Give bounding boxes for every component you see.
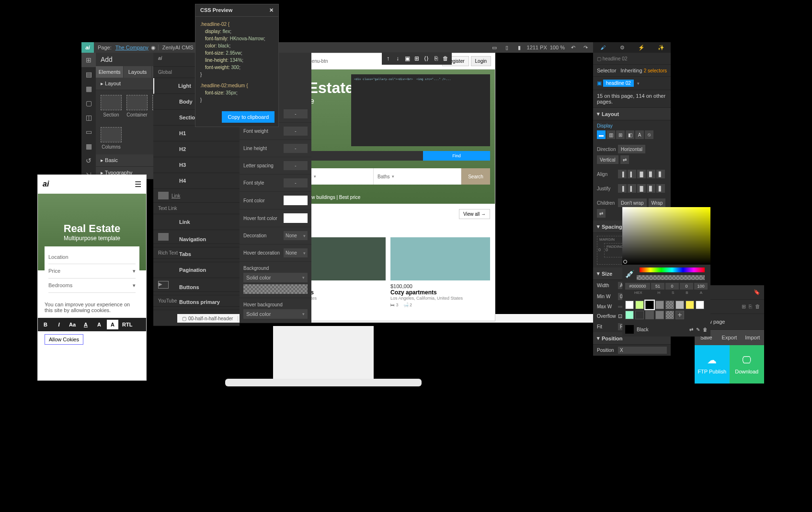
elem-h4[interactable]: H4 — [153, 173, 240, 189]
case-icon[interactable]: Aa — [67, 320, 78, 329]
alpha-slider[interactable] — [637, 275, 705, 280]
swatch[interactable] — [645, 301, 654, 309]
undo-icon[interactable]: ↶ — [569, 43, 578, 52]
rtl-icon[interactable]: RTL — [120, 320, 134, 329]
hover-bg-type[interactable]: Solid color — [243, 309, 308, 319]
bg-swatch[interactable] — [243, 284, 308, 294]
direction-vertical[interactable]: Vertical — [597, 155, 618, 164]
find-button[interactable]: Find — [423, 151, 490, 161]
display-none[interactable]: ⦸ — [645, 130, 653, 139]
arrow-up-icon[interactable]: ↑ — [384, 54, 392, 63]
trash-icon[interactable]: 🗑 — [755, 303, 760, 310]
swatch[interactable] — [635, 311, 644, 319]
page-name-link[interactable]: The Company — [115, 45, 149, 50]
display-inline-block[interactable]: ◧ — [626, 130, 634, 139]
display-block[interactable]: ▬ — [597, 130, 606, 139]
elem-pagination[interactable]: Pagination — [153, 262, 240, 278]
swatch[interactable] — [675, 301, 684, 309]
interactions-icon[interactable]: ⚡ — [632, 42, 652, 53]
layers-icon[interactable]: ▤ — [81, 67, 96, 81]
gear-icon[interactable]: ⚙ — [613, 42, 632, 53]
reverse-icon[interactable]: ⇄ — [620, 155, 629, 164]
arrow-down-icon[interactable]: ↓ — [393, 54, 402, 63]
code-icon[interactable]: ⟨⟩ — [422, 54, 431, 63]
settings-icon[interactable]: ▭ — [81, 125, 96, 139]
color-swatch[interactable] — [284, 196, 308, 205]
swatch[interactable] — [696, 301, 704, 309]
location-input[interactable]: Location — [48, 250, 136, 264]
close-icon[interactable]: ✕ — [269, 7, 274, 13]
b-input[interactable]: 0 — [680, 283, 693, 290]
cms-icon[interactable]: ▦ — [81, 139, 96, 153]
grid-icon[interactable]: ⊞ — [742, 303, 746, 310]
assets-icon[interactable]: ▢ — [81, 96, 96, 110]
image-icon[interactable]: ▣ — [403, 54, 412, 63]
bg-type[interactable]: Solid color — [243, 273, 308, 282]
brush-icon[interactable]: 🖌 — [593, 42, 613, 53]
baths-select[interactable]: Baths — [374, 168, 461, 185]
grid-icon[interactable]: ⊞ — [412, 54, 421, 63]
h-input[interactable]: 51 — [651, 283, 664, 290]
eye-icon[interactable]: ◉ — [149, 43, 158, 52]
tab-elements[interactable]: Elements — [96, 66, 124, 78]
swatch[interactable] — [655, 311, 664, 319]
add-tool-icon[interactable]: ⊞ — [81, 53, 96, 67]
elem-h2[interactable]: H2 — [153, 141, 240, 157]
swatch[interactable] — [635, 301, 644, 309]
no-wrap[interactable]: Don't wrap — [618, 198, 647, 207]
swatch[interactable] — [655, 301, 664, 309]
a-input[interactable]: 100 — [694, 283, 708, 290]
tablet-icon[interactable]: ▯ — [502, 43, 512, 52]
color-field[interactable] — [622, 207, 710, 265]
direction-horizontal[interactable]: Horizontal — [618, 145, 645, 153]
import-button[interactable]: Import — [741, 330, 764, 345]
display-inline[interactable]: A — [635, 130, 644, 139]
search-button[interactable]: Search — [461, 168, 490, 185]
swatch[interactable] — [645, 311, 654, 319]
copy-icon[interactable]: ⎘ — [432, 54, 440, 63]
add-swatch-icon[interactable]: + — [675, 311, 684, 319]
section-layout[interactable]: ▾ Layout — [593, 108, 671, 120]
copy-icon[interactable]: ⎘ — [749, 303, 752, 310]
breadcrumb-item[interactable]: ▢00-half-n-half-header — [177, 316, 238, 321]
allow-cookies-button[interactable]: Allow Cokies — [45, 334, 83, 345]
color-icon[interactable]: A — [107, 320, 118, 329]
underline-icon[interactable]: A — [80, 320, 91, 329]
export-button[interactable]: Export — [718, 330, 741, 345]
listing-card[interactable]: $100,000 Cozy apartments Los Angeles, Ca… — [390, 237, 490, 307]
eyedropper-icon[interactable]: 💉 — [625, 269, 635, 279]
tab-layouts[interactable]: Layouts — [124, 66, 151, 78]
bedrooms-select[interactable]: Bedrooms▾ — [48, 279, 136, 293]
view-all-button[interactable]: View all → — [459, 209, 490, 219]
color-swatch[interactable] — [284, 213, 308, 223]
components-icon[interactable]: ◫ — [81, 110, 96, 125]
display-grid[interactable]: ⊞ — [616, 130, 625, 139]
history-icon[interactable]: ↺ — [81, 153, 96, 168]
selector-tag[interactable]: headline 02 — [603, 80, 634, 87]
position-input[interactable]: X — [618, 347, 667, 354]
hamburger-icon[interactable]: ☰ — [135, 180, 141, 189]
redo-icon[interactable]: ↷ — [581, 43, 591, 52]
elem-h1[interactable]: H1 — [153, 126, 240, 141]
hue-slider[interactable] — [640, 268, 705, 272]
ftp-publish-button[interactable]: ☁ FTP Publish — [695, 345, 730, 384]
trash-icon[interactable]: 🗑 — [703, 327, 708, 332]
display-flex[interactable]: ▥ — [606, 130, 615, 139]
link-icon[interactable]: ⇄ — [689, 327, 693, 332]
named-swatch[interactable] — [625, 325, 634, 334]
element-section[interactable]: Section — [101, 95, 122, 117]
italic-icon[interactable]: I — [53, 320, 65, 329]
login-button[interactable]: Login — [471, 56, 491, 66]
bold-icon[interactable]: B — [40, 320, 51, 329]
swatch[interactable] — [665, 311, 674, 319]
price-select[interactable]: Price▾ — [48, 264, 136, 279]
swatch[interactable] — [625, 301, 634, 309]
element-columns[interactable]: Columns — [101, 127, 122, 150]
elem-link[interactable]: Link — [153, 214, 240, 230]
download-button[interactable]: 🖵 Download — [730, 345, 765, 384]
hex-input[interactable]: #000000 — [625, 283, 650, 290]
align-icon[interactable]: A — [93, 320, 105, 329]
mobile-icon[interactable]: ▮ — [515, 43, 524, 52]
wrap[interactable]: Wrap — [649, 198, 666, 207]
copy-to-clipboard-button[interactable]: Copy to clipboard — [222, 111, 274, 123]
